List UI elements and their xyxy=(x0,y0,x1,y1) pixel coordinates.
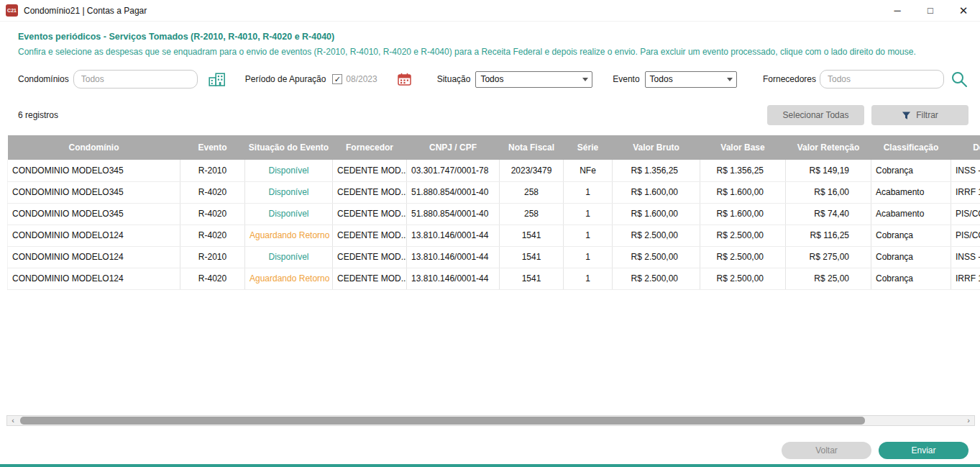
status-cell: Aguardando Retorno xyxy=(245,225,333,246)
column-header[interactable]: Valor Bruto xyxy=(613,135,700,160)
table-row[interactable]: CONDOMINIO MODELO124R-4020Aguardando Ret… xyxy=(8,268,980,289)
table-cell: 1 xyxy=(564,268,613,289)
table-cell: R$ 2.500,00 xyxy=(700,268,786,289)
search-icon[interactable] xyxy=(950,70,968,89)
table-row[interactable]: CONDOMINIO MODELO345R-4020DisponívelCEDE… xyxy=(8,181,980,203)
table-cell: R$ 2.500,00 xyxy=(700,225,786,246)
column-header[interactable]: Condomínio xyxy=(8,135,180,160)
evento-select[interactable]: Todos xyxy=(645,71,737,88)
condominios-input[interactable] xyxy=(73,70,198,89)
table-cell: Cobrança xyxy=(871,160,951,181)
table-cell: R$ 2.500,00 xyxy=(700,246,786,268)
table-cell: CONDOMINIO MODELO345 xyxy=(8,181,180,203)
table-cell: R$ 16,00 xyxy=(786,181,871,203)
chevron-down-icon xyxy=(727,78,733,81)
page-title: Eventos periódicos - Serviços Tomados (R… xyxy=(18,32,962,42)
table-cell: 258 xyxy=(500,181,564,203)
table-cell: R-2010 xyxy=(180,246,245,268)
table-cell: 51.880.854/0001-40 xyxy=(407,203,500,225)
chevron-down-icon xyxy=(582,78,588,81)
table-cell: IRRF 1% xyxy=(951,181,980,203)
table-cell: PIS/CO xyxy=(951,225,980,246)
column-header[interactable]: Série xyxy=(564,135,613,160)
table-cell: Cobrança xyxy=(871,225,951,246)
table-cell: R$ 74,40 xyxy=(786,203,871,225)
table-cell: CEDENTE MOD... xyxy=(333,160,407,181)
table-cell: R-4020 xyxy=(180,268,245,289)
table-cell: CEDENTE MOD... xyxy=(333,246,407,268)
table-row[interactable]: CONDOMINIO MODELO345R-4020DisponívelCEDE… xyxy=(8,203,980,225)
table-cell: CONDOMINIO MODELO124 xyxy=(8,268,180,289)
scroll-right-icon[interactable]: › xyxy=(963,416,974,425)
condominios-label: Condomínios xyxy=(18,74,69,84)
enviar-button[interactable]: Enviar xyxy=(879,442,968,459)
table-cell: R-4020 xyxy=(180,225,245,246)
table-cell: CONDOMINIO MODELO345 xyxy=(8,160,180,181)
column-header[interactable]: Classificação xyxy=(871,135,951,160)
table-cell: R-4020 xyxy=(180,203,245,225)
periodo-value: 08/2023 xyxy=(346,74,377,84)
select-all-button[interactable]: Selecionar Todas xyxy=(767,105,864,125)
minimize-icon[interactable]: ─ xyxy=(881,0,914,22)
table-cell: Cobrança xyxy=(871,246,951,268)
fornecedores-input[interactable] xyxy=(820,70,944,89)
situacao-selected-value: Todos xyxy=(480,74,503,84)
app-logo-icon: C21 xyxy=(6,4,18,17)
table-cell: R$ 1.356,25 xyxy=(613,160,700,181)
table-cell: CEDENTE MOD... xyxy=(333,268,407,289)
periodo-checkbox[interactable]: ✓ xyxy=(332,74,342,84)
calendar-icon[interactable] xyxy=(398,73,411,86)
table-cell: R$ 149,19 xyxy=(786,160,871,181)
table-cell: 1541 xyxy=(500,268,564,289)
status-cell: Disponível xyxy=(245,160,333,181)
column-header[interactable]: Nota Fiscal xyxy=(500,135,564,160)
table-row[interactable]: CONDOMINIO MODELO345R-2010DisponívelCEDE… xyxy=(8,160,980,181)
table-cell: CONDOMINIO MODELO345 xyxy=(8,203,180,225)
table-cell: 1 xyxy=(564,225,613,246)
close-icon[interactable]: ✕ xyxy=(947,0,980,22)
column-header[interactable]: Valor Retenção xyxy=(786,135,871,160)
table-cell: CEDENTE MOD... xyxy=(333,225,407,246)
records-bar: 6 registros Selecionar Todas Filtrar xyxy=(18,105,968,125)
table-row[interactable]: CONDOMINIO MODELO124R-4020Aguardando Ret… xyxy=(8,225,980,246)
maximize-icon[interactable]: □ xyxy=(914,0,947,22)
page-header: Eventos periódicos - Serviços Tomados (R… xyxy=(18,32,962,58)
table-cell: R$ 2.500,00 xyxy=(613,225,700,246)
table-body: CONDOMINIO MODELO345R-2010DisponívelCEDE… xyxy=(8,160,980,289)
table-cell: Acabamento xyxy=(871,181,951,203)
scrollbar-thumb[interactable] xyxy=(20,417,865,425)
column-header[interactable]: Valor Base xyxy=(700,135,786,160)
column-header[interactable]: Fornecedor xyxy=(333,135,407,160)
column-header[interactable]: Desc xyxy=(951,135,980,160)
footer-bar: Voltar Enviar xyxy=(782,442,968,459)
column-header[interactable]: CNPJ / CPF xyxy=(407,135,500,160)
table-cell: Cobrança xyxy=(871,268,951,289)
table-row[interactable]: CONDOMINIO MODELO124R-2010DisponívelCEDE… xyxy=(8,246,980,268)
situacao-select[interactable]: Todos xyxy=(475,71,592,88)
table-cell: PIS/CO xyxy=(951,203,980,225)
table-cell: CONDOMINIO MODELO124 xyxy=(8,225,180,246)
table-cell: R$ 25,00 xyxy=(786,268,871,289)
buildings-icon[interactable] xyxy=(209,73,226,86)
records-count: 6 registros xyxy=(18,110,58,120)
action-buttons: Selecionar Todas Filtrar xyxy=(767,105,968,125)
filter-label: Filtrar xyxy=(916,110,938,120)
voltar-button[interactable]: Voltar xyxy=(782,442,871,459)
table-cell: 13.810.146/0001-44 xyxy=(407,246,500,268)
horizontal-scrollbar[interactable]: ‹ › xyxy=(6,415,975,426)
table-cell: 1 xyxy=(564,181,613,203)
table-cell: 258 xyxy=(500,203,564,225)
scroll-left-icon[interactable]: ‹ xyxy=(7,416,19,425)
check-icon: ✓ xyxy=(334,76,341,83)
table-cell: R$ 1.600,00 xyxy=(613,181,700,203)
table-cell: R$ 1.600,00 xyxy=(613,203,700,225)
column-header[interactable]: Evento xyxy=(180,135,245,160)
table-cell: Acabamento xyxy=(871,203,951,225)
column-header[interactable]: Situação do Evento xyxy=(245,135,333,160)
filter-button[interactable]: Filtrar xyxy=(871,105,968,125)
table-cell: 1 xyxy=(564,246,613,268)
fornecedores-label: Fornecedores xyxy=(763,74,816,84)
table-cell: 13.810.146/0001-44 xyxy=(407,225,500,246)
status-cell: Aguardando Retorno xyxy=(245,268,333,289)
status-cell: Disponível xyxy=(245,181,333,203)
